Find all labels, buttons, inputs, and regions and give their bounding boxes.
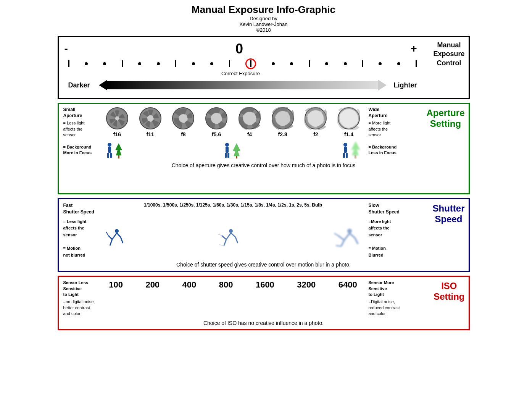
- svg-point-2: [115, 116, 119, 120]
- iso-section: ISOSetting Sensor LessSensitiveto Light …: [58, 276, 470, 330]
- svg-rect-39: [346, 153, 348, 158]
- aperture-f4: f4: [238, 107, 261, 137]
- svg-line-62: [355, 238, 358, 244]
- iso-6400: 6400: [338, 280, 357, 290]
- aperture-f56-label: f5.6: [212, 131, 221, 137]
- aperture-f16-label: f16: [113, 131, 121, 137]
- svg-point-20: [308, 110, 324, 126]
- aperture-section: Aperture Setting SmallAperture = Less li…: [58, 103, 470, 194]
- svg-rect-27: [110, 153, 112, 158]
- darker-label: Darker: [68, 81, 99, 89]
- svg-point-36: [343, 143, 347, 147]
- svg-line-55: [218, 234, 222, 236]
- svg-marker-34: [233, 143, 240, 156]
- slow-shutter-effects: =More lightaffects thesensor= MotionBlur…: [369, 218, 414, 259]
- iso-right-label: Sensor MoreSensitiveto Light =Digital no…: [369, 280, 414, 317]
- svg-line-48: [106, 232, 108, 236]
- svg-point-23: [340, 109, 358, 128]
- svg-line-56: [219, 245, 224, 246]
- svg-line-47: [121, 237, 123, 243]
- iso-800: 800: [219, 280, 233, 290]
- aperture-f28: f2.8: [271, 107, 294, 137]
- runner-blur-icon: [334, 229, 361, 248]
- aperture-f4-label: f4: [247, 131, 252, 137]
- svg-line-58: [344, 233, 350, 240]
- svg-line-60: [341, 240, 344, 246]
- svg-rect-33: [227, 153, 229, 158]
- person-icon-right: [341, 142, 350, 159]
- svg-point-57: [347, 229, 352, 233]
- svg-line-64: [336, 246, 341, 246]
- meter-minus: -: [64, 43, 68, 55]
- svg-point-11: [211, 113, 222, 124]
- person-icon-left: [105, 142, 114, 159]
- svg-line-61: [350, 233, 355, 238]
- runner-mid-icon: [218, 229, 241, 248]
- aperture-figures: [98, 141, 369, 159]
- aperture-f14-label: f1.4: [344, 131, 353, 137]
- svg-point-5: [147, 115, 153, 121]
- svg-rect-26: [107, 153, 109, 158]
- shutter-caption: Choice of shutter speed gives creative c…: [63, 262, 464, 268]
- designed-by: Designed by: [58, 16, 470, 21]
- correct-exposure-label: Correct Exposure: [64, 71, 463, 76]
- page-header: Manual Exposure Info-Graphic Designed by…: [58, 4, 470, 33]
- focus-left-label: = BackgroundMore in Focus: [63, 144, 98, 156]
- svg-line-63: [334, 233, 338, 236]
- svg-line-54: [235, 237, 238, 243]
- svg-rect-37: [344, 147, 347, 153]
- iso-1600: 1600: [256, 280, 274, 290]
- wide-aperture-label: WideAperture = More lightaffects thesens…: [369, 107, 414, 138]
- aperture-f8: f8: [172, 107, 195, 137]
- iso-title: ISOSetting: [434, 281, 464, 302]
- svg-marker-40: [351, 141, 360, 155]
- svg-line-43: [112, 233, 117, 239]
- svg-line-45: [110, 239, 112, 246]
- svg-line-51: [222, 236, 226, 239]
- svg-rect-35: [236, 156, 237, 158]
- tree-icon-right-blur: [350, 141, 361, 159]
- svg-rect-25: [108, 147, 111, 153]
- shutter-speeds: 1/1000s, 1/500s, 1/250s, 1/125s, 1/60s, …: [98, 202, 369, 208]
- meter-title: ManualExposureControl: [433, 41, 464, 68]
- iso-400: 400: [182, 280, 197, 290]
- svg-point-49: [229, 229, 233, 233]
- svg-point-17: [276, 111, 290, 126]
- fast-shutter-label: FastShutter Speed: [63, 202, 98, 215]
- svg-point-8: [179, 114, 187, 123]
- svg-rect-29: [118, 155, 119, 158]
- iso-left-label: Sensor LessSensitiveto Light =no digital…: [63, 280, 98, 317]
- aperture-f11-label: f11: [147, 131, 154, 137]
- year: ©2018: [58, 27, 470, 33]
- svg-rect-38: [343, 153, 345, 158]
- slow-shutter-label: SlowShutter Speed: [369, 202, 414, 215]
- aperture-f14: f1.4: [337, 107, 360, 137]
- iso-values-row: 100 200 400 800 1600 3200 6400: [98, 280, 369, 290]
- shutter-runners: [98, 229, 369, 248]
- iso-100: 100: [109, 280, 123, 290]
- svg-rect-41: [355, 155, 356, 158]
- aperture-f2: f2: [304, 107, 327, 137]
- aperture-f11: f11: [139, 107, 162, 137]
- svg-line-50: [226, 233, 231, 239]
- aperture-f28-label: f2.8: [278, 131, 287, 137]
- exposure-meter-section: ManualExposureControl - 0 +: [58, 36, 470, 99]
- meter-plus: +: [411, 43, 417, 55]
- fast-shutter-effects: = Less lightaffects thesensor= Motionnot…: [63, 218, 98, 259]
- svg-line-44: [108, 236, 112, 239]
- gradient-arrow: [99, 79, 387, 91]
- svg-line-53: [231, 233, 235, 237]
- svg-marker-28: [115, 143, 122, 155]
- meter-zero: 0: [235, 41, 243, 57]
- small-aperture-effect: = Less lightaffects thesensor: [63, 120, 98, 138]
- runner-sharp-icon: [105, 229, 124, 248]
- aperture-circles-row: f16 f11: [98, 107, 369, 137]
- svg-line-59: [338, 236, 344, 240]
- aperture-title: Aperture Setting: [426, 108, 464, 129]
- svg-point-24: [108, 143, 111, 147]
- author: Kevin Landwer-Johan: [58, 21, 470, 27]
- iso-caption: Choice of ISO has no creative influence …: [63, 320, 464, 326]
- shutter-title: ShutterSpeed: [433, 203, 465, 225]
- aperture-f2-label: f2: [313, 131, 318, 137]
- iso-3200: 3200: [297, 280, 316, 290]
